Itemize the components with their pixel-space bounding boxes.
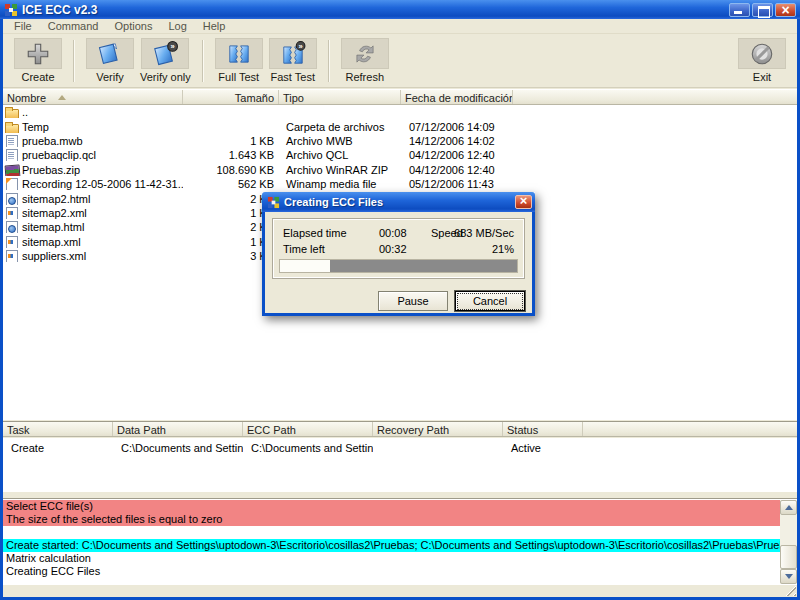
arrow-down-icon xyxy=(785,574,793,579)
file-name: sitemap.xml xyxy=(22,236,81,248)
fast-test-button[interactable]: » Fast Test xyxy=(269,38,317,83)
scroll-down-button[interactable] xyxy=(780,569,797,584)
column-header-tipo[interactable]: Tipo xyxy=(279,90,401,104)
close-button[interactable] xyxy=(775,3,796,17)
refresh-icon xyxy=(341,38,389,69)
refresh-label: Refresh xyxy=(345,71,384,83)
time-left-value: 00:32 xyxy=(379,243,407,255)
file-row[interactable]: TempCarpeta de archivos07/12/2006 14:09 xyxy=(3,119,797,133)
arrow-up-icon xyxy=(785,505,793,510)
log-line[interactable]: Create started: C:\Documents and Setting… xyxy=(3,539,780,552)
file-size: 108.690 KB xyxy=(183,164,279,176)
column-header-task[interactable]: Task xyxy=(3,422,113,436)
exit-label: Exit xyxy=(753,71,771,83)
doc-file-icon xyxy=(5,135,18,147)
app-window: ICE ECC v2.3 File Command Options Log He… xyxy=(0,0,800,600)
resize-grip[interactable] xyxy=(785,585,796,596)
exit-button[interactable]: Exit xyxy=(738,38,786,83)
file-name: pruebaqclip.qcl xyxy=(22,149,96,161)
task-list-header: Task Data Path ECC Path Recovery Path St… xyxy=(3,421,797,437)
file-type: Archivo WinRAR ZIP xyxy=(279,164,401,176)
column-header-fecha[interactable]: Fecha de modificación xyxy=(401,90,513,104)
pause-button[interactable]: Pause xyxy=(378,291,448,311)
file-row[interactable]: prueba.mwb1 KBArchivo MWB14/12/2006 14:0… xyxy=(3,134,797,148)
zip-file-icon xyxy=(5,164,18,176)
verify-button[interactable]: Verify xyxy=(86,38,134,83)
file-row[interactable]: pruebaqclip.qcl1.643 KBArchivo QCL04/12/… xyxy=(3,148,797,162)
create-label: Create xyxy=(21,71,54,83)
xml-file-icon xyxy=(5,207,18,219)
column-header-status[interactable]: Status xyxy=(503,422,583,436)
toolbar-separator xyxy=(328,40,330,82)
toolbar: Create Verify » Verify only Full T xyxy=(3,36,797,88)
file-name: Temp xyxy=(22,121,49,133)
html-file-icon xyxy=(5,193,18,205)
full-test-icon xyxy=(215,38,263,69)
file-type: Winamp media file xyxy=(279,178,401,190)
log-line[interactable]: Matrix calculation xyxy=(3,552,780,565)
scroll-up-button[interactable] xyxy=(780,500,797,515)
folder-file-icon xyxy=(5,106,18,118)
dialog-body: Elapsed time 00:08 Speed 683 MB/Sec Time… xyxy=(262,212,535,316)
toolbar-separator xyxy=(202,40,204,82)
menu-item-options[interactable]: Options xyxy=(107,19,159,33)
refresh-button[interactable]: Refresh xyxy=(341,38,389,83)
svg-text:»: » xyxy=(171,42,175,51)
window-title: ICE ECC v2.3 xyxy=(22,3,729,17)
file-row[interactable]: .. xyxy=(3,105,797,119)
verify-only-icon: » xyxy=(141,38,189,69)
cancel-button[interactable]: Cancel xyxy=(455,291,525,311)
menu-item-help[interactable]: Help xyxy=(196,19,233,33)
dialog-close-button[interactable] xyxy=(515,195,532,209)
log-line[interactable]: Creating ECC Files xyxy=(3,565,780,578)
file-name: Pruebas.zip xyxy=(22,164,80,176)
task-ecc-path: C:\Documents and Settings... xyxy=(243,442,373,454)
cancel-label: Cancel xyxy=(458,294,522,309)
column-header-tamano[interactable]: Tamaño xyxy=(183,90,279,104)
dialog-title: Creating ECC Files xyxy=(284,196,515,208)
task-list: Create C:\Documents and Settings... C:\D… xyxy=(3,438,797,492)
log-line[interactable] xyxy=(3,526,780,539)
column-header-nombre[interactable]: Nombre xyxy=(3,90,183,104)
task-row[interactable]: Create C:\Documents and Settings... C:\D… xyxy=(3,440,797,455)
verify-only-label: Verify only xyxy=(140,71,191,83)
folder-file-icon xyxy=(5,121,18,133)
minimize-button[interactable] xyxy=(729,3,750,17)
progress-percent-value: 21% xyxy=(492,243,514,255)
column-header-data-path[interactable]: Data Path xyxy=(113,422,243,436)
file-row[interactable]: Pruebas.zip108.690 KBArchivo WinRAR ZIP0… xyxy=(3,163,797,177)
dialog-titlebar: Creating ECC Files xyxy=(262,192,535,212)
full-test-button[interactable]: Full Test xyxy=(215,38,263,83)
menu-item-log[interactable]: Log xyxy=(161,19,193,33)
file-list-header: Nombre Tamaño Tipo Fecha de modificación xyxy=(3,89,797,105)
task-status: Active xyxy=(503,442,583,454)
log-line[interactable]: Select ECC file(s) xyxy=(3,500,780,513)
column-label: Nombre xyxy=(7,92,46,104)
file-date: 07/12/2006 14:09 xyxy=(401,121,513,133)
file-size: 1 KB xyxy=(183,135,279,147)
file-date: 04/12/2006 12:40 xyxy=(401,149,513,161)
file-name: Recording 12-05-2006 11-42-31... xyxy=(22,178,183,190)
file-name: sitemap2.xml xyxy=(22,207,87,219)
file-name: .. xyxy=(22,106,28,118)
verify-only-button[interactable]: » Verify only xyxy=(140,38,191,83)
maximize-button[interactable] xyxy=(752,3,773,17)
xml-file-icon xyxy=(5,250,18,262)
log-scrollbar[interactable] xyxy=(780,500,797,584)
file-date: 05/12/2006 11:43 xyxy=(401,178,513,190)
log-line[interactable]: The size of the selected files is equal … xyxy=(3,513,780,526)
file-type: Archivo QCL xyxy=(279,149,401,161)
file-row[interactable]: Recording 12-05-2006 11-42-31...562 KBWi… xyxy=(3,177,797,191)
progress-bar xyxy=(279,259,518,273)
scrollbar-thumb[interactable] xyxy=(780,545,797,569)
column-header-ecc-path[interactable]: ECC Path xyxy=(243,422,373,436)
column-header-recovery-path[interactable]: Recovery Path xyxy=(373,422,503,436)
progress-groupbox: Elapsed time 00:08 Speed 683 MB/Sec Time… xyxy=(272,218,525,279)
create-button[interactable]: Create xyxy=(14,38,62,83)
xml-file-icon xyxy=(5,236,18,248)
menu-item-file[interactable]: File xyxy=(7,19,39,33)
file-name: sitemap.html xyxy=(22,221,84,233)
scrollbar-track[interactable] xyxy=(780,515,797,569)
menu-item-command[interactable]: Command xyxy=(41,19,106,33)
task-name: Create xyxy=(3,442,113,454)
